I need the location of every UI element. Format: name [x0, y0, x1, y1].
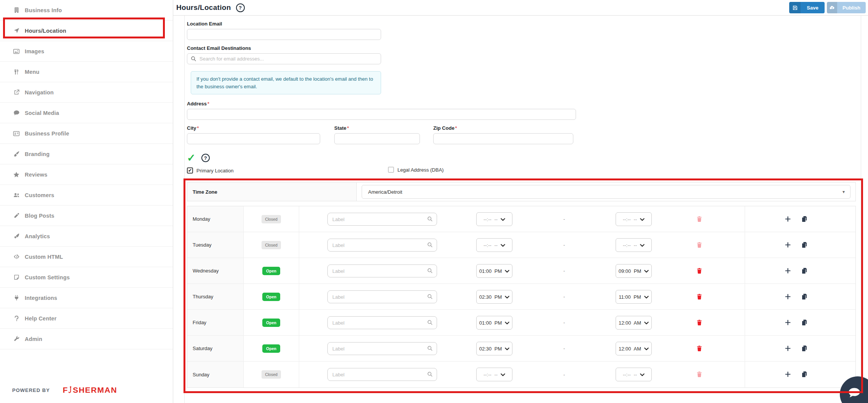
address-input[interactable] [187, 109, 576, 120]
sidebar-item-help-center[interactable]: Help Center [0, 308, 173, 329]
content-card: Location Email Contact Email Destination… [184, 16, 861, 403]
end-time-select[interactable]: --:-- -- [616, 238, 652, 252]
contact-email-input[interactable] [187, 53, 381, 64]
delete-hours-button[interactable] [696, 344, 703, 352]
hours-label-field [327, 239, 437, 252]
sidebar-item-social-media[interactable]: Social Media [0, 103, 173, 123]
end-time-select[interactable]: --:-- -- [616, 368, 652, 381]
sidebar-item-admin[interactable]: Admin [0, 329, 173, 349]
sidebar-item-images[interactable]: Images [0, 41, 173, 62]
day-label: Tuesday [187, 232, 244, 258]
sidebar-item-integrations[interactable]: Integrations [0, 288, 173, 308]
sidebar-item-custom-html[interactable]: Custom HTML [0, 247, 173, 267]
sidebar-item-blog-posts[interactable]: Blog Posts [0, 205, 173, 226]
add-hours-button[interactable] [784, 371, 791, 378]
sidebar-item-reviews[interactable]: Reviews [0, 164, 173, 185]
start-time-select[interactable]: 02:30 PM [476, 342, 512, 355]
end-time-select[interactable]: 09:00 PM [616, 264, 652, 278]
label-input[interactable] [327, 316, 437, 329]
add-hours-button[interactable] [784, 345, 791, 352]
status-badge[interactable]: Closed [262, 215, 281, 223]
sidebar-item-navigation[interactable]: Navigation [0, 82, 173, 103]
city-label: City* [187, 125, 320, 131]
help-icon[interactable]: ? [236, 3, 245, 12]
end-time-select[interactable]: 12:00 AM [616, 342, 652, 355]
label-input[interactable] [327, 290, 437, 303]
start-time-select[interactable]: --:-- -- [476, 238, 512, 252]
copy-hours-button[interactable] [801, 241, 808, 249]
checkbox-icon[interactable]: ✔ [187, 167, 193, 174]
timezone-select[interactable]: America/Detroit ▾ [362, 185, 850, 199]
start-time-select[interactable]: 01:00 PM [476, 264, 512, 278]
copy-hours-button[interactable] [801, 293, 808, 301]
delete-hours-button[interactable] [696, 267, 703, 275]
sidebar-item-business-profile[interactable]: Business Profile [0, 123, 173, 144]
zip-label: Zip Code* [433, 125, 573, 131]
start-time-select[interactable]: 02:30 PM [476, 290, 512, 304]
status-badge[interactable]: Open [262, 267, 280, 275]
legal-address-checkbox[interactable]: Legal Address (DBA) [388, 167, 444, 173]
search-icon [427, 294, 433, 301]
add-hours-button[interactable] [784, 293, 791, 300]
save-button[interactable]: Save [789, 2, 825, 13]
city-input[interactable] [187, 133, 320, 144]
copy-hours-button[interactable] [801, 344, 808, 352]
copy-hours-button[interactable] [801, 319, 808, 327]
time-range-separator: - [560, 310, 568, 335]
publish-button[interactable]: Publish [827, 2, 866, 13]
sidebar-item-menu[interactable]: Menu [0, 62, 173, 82]
add-hours-button[interactable] [784, 319, 791, 326]
contact-email-search [187, 53, 381, 64]
search-icon [427, 371, 433, 379]
label-input[interactable] [327, 264, 437, 277]
delete-hours-button[interactable] [696, 241, 703, 249]
hours-table: MondayClosed--:-- -----:-- --TuesdayClos… [187, 206, 856, 388]
delete-hours-button[interactable] [696, 319, 703, 327]
plug-icon [11, 295, 21, 301]
sidebar-item-hours-location[interactable]: Hours/Location [0, 21, 173, 41]
sidebar-item-customers[interactable]: Customers [0, 185, 173, 205]
cloud-upload-icon [827, 2, 837, 13]
start-time-select[interactable]: --:-- -- [476, 368, 512, 381]
label-input[interactable] [327, 342, 437, 355]
status-badge[interactable]: Open [262, 344, 280, 353]
add-hours-button[interactable] [784, 267, 791, 274]
status-badge[interactable]: Closed [262, 241, 281, 249]
delete-hours-button[interactable] [696, 293, 703, 301]
delete-hours-button[interactable] [696, 370, 703, 378]
time-range-separator: - [560, 336, 568, 361]
checkbox-icon[interactable] [388, 167, 394, 173]
primary-location-checkbox[interactable]: ✔ Primary Location [187, 167, 234, 174]
label-input[interactable] [327, 239, 437, 252]
day-label: Friday [187, 310, 244, 335]
sidebar-item-analytics[interactable]: Analytics [0, 226, 173, 247]
hours-row-sunday: SundayClosed--:-- -----:-- -- [187, 362, 855, 387]
location-email-input[interactable] [187, 29, 381, 40]
label-input[interactable] [327, 368, 437, 381]
start-time-select[interactable]: 01:00 PM [476, 316, 512, 330]
sidebar-item-branding[interactable]: Branding [0, 144, 173, 164]
status-badge[interactable]: Closed [262, 370, 281, 379]
sidebar-item-custom-settings[interactable]: Custom Settings [0, 267, 173, 288]
copy-hours-button[interactable] [801, 215, 808, 223]
delete-hours-button[interactable] [696, 215, 703, 223]
copy-hours-button[interactable] [801, 370, 808, 378]
copy-hours-button[interactable] [801, 267, 808, 275]
contact-email-label: Contact Email Destinations [187, 45, 861, 51]
state-input[interactable] [334, 133, 420, 144]
label-input[interactable] [327, 213, 437, 226]
add-hours-button[interactable] [784, 215, 791, 223]
sidebar-item-business-info[interactable]: Business Info [0, 0, 173, 21]
sidebar-item-label: Reviews [25, 172, 47, 178]
chevron-down-icon [640, 371, 645, 378]
start-time-select[interactable]: --:-- -- [476, 212, 512, 226]
end-time-select[interactable]: 11:00 PM [616, 290, 652, 304]
end-time-select[interactable]: 12:00 AM [616, 316, 652, 330]
time-range-separator: - [560, 258, 568, 284]
status-badge[interactable]: Open [262, 293, 280, 301]
status-badge[interactable]: Open [262, 319, 280, 327]
help-icon[interactable]: ? [201, 154, 210, 162]
zip-input[interactable] [433, 133, 573, 144]
end-time-select[interactable]: --:-- -- [616, 212, 652, 226]
add-hours-button[interactable] [784, 241, 791, 248]
